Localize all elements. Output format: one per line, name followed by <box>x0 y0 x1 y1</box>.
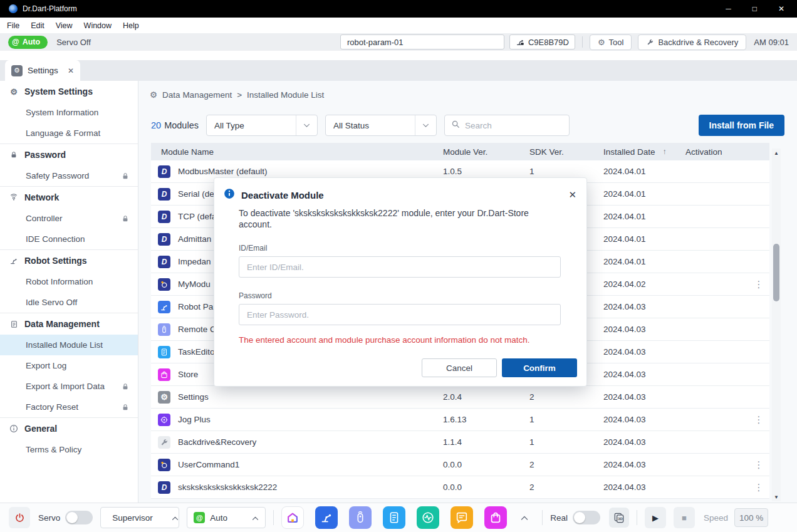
chevron-up-icon <box>238 513 259 523</box>
gearwhite-module-icon: ⚙ <box>158 391 170 404</box>
sidebar-item-robot-settings[interactable]: Robot Settings <box>0 249 138 271</box>
cancel-button[interactable]: Cancel <box>422 358 497 377</box>
role-select[interactable]: Supervisor <box>100 507 179 528</box>
row-menu-icon[interactable]: ⋮ <box>748 414 769 425</box>
stop-button[interactable]: ■ <box>674 507 695 528</box>
sidebar-item-export-log[interactable]: Export Log <box>0 355 138 376</box>
dart-module-icon: D <box>158 188 170 201</box>
dialog-close-icon[interactable]: ✕ <box>568 189 576 201</box>
chevron-up-icon[interactable] <box>521 512 528 523</box>
sidebar-item-general[interactable]: General <box>0 417 138 439</box>
sidebar-item-installed-module-list[interactable]: Installed Module List <box>0 335 138 355</box>
table-row[interactable]: Jog Plus1.6.1312024.04.03⋮ <box>151 409 769 431</box>
installed-date: 2024.04.01 <box>603 212 685 221</box>
speed-value[interactable]: 100 % <box>734 508 768 527</box>
sidebar-item-ide-connection[interactable]: IDE Connection <box>0 229 138 249</box>
menu-view[interactable]: View <box>50 21 78 30</box>
installed-date: 2024.04.03 <box>603 460 685 469</box>
list-controls: 20 Modules All Type All Status <box>151 115 784 136</box>
deactivate-module-dialog: Deactivate Module ✕ To deactivate 'sksks… <box>214 177 587 387</box>
installed-date: 2024.04.02 <box>603 279 685 289</box>
mode-badge[interactable]: @ Auto <box>8 36 48 49</box>
sidebar-item-system-information[interactable]: System Information <box>0 102 138 123</box>
tab-settings[interactable]: ⚙ Settings ✕ <box>5 60 80 81</box>
row-menu-icon[interactable]: ⋮ <box>748 482 769 493</box>
robot-id-button[interactable]: C9E8B79D <box>509 34 575 50</box>
module-name: Remote C <box>178 325 216 334</box>
col-module-ver[interactable]: Module Ver. <box>443 147 529 157</box>
maximize-button[interactable]: □ <box>753 4 757 13</box>
close-button[interactable]: ✕ <box>778 4 784 13</box>
sidebar-item-idle-servo-off[interactable]: Idle Servo Off <box>0 292 138 313</box>
installed-date: 2024.04.03 <box>603 437 685 447</box>
confirm-button[interactable]: Confirm <box>502 358 577 377</box>
tab-close-icon[interactable]: ✕ <box>68 66 74 75</box>
row-menu-icon[interactable]: ⋮ <box>748 459 769 471</box>
sidebar-item-terms-policy[interactable]: Terms & Policy <box>0 439 138 460</box>
lock-icon <box>9 151 19 159</box>
task-app-icon[interactable] <box>383 506 405 529</box>
tool-button[interactable]: ⚙ Tool <box>590 34 632 50</box>
table-scrollbar[interactable]: ▲ ▼ <box>772 149 781 501</box>
search-input[interactable] <box>465 121 563 130</box>
home-icon[interactable] <box>281 506 304 529</box>
sidebar-item-robot-information[interactable]: Robot Information <box>0 271 138 292</box>
sidebar-item-language-format[interactable]: Language & Format <box>0 123 138 143</box>
password-input[interactable] <box>239 304 561 325</box>
row-menu-icon[interactable]: ⋮ <box>748 279 769 290</box>
3d-view-button[interactable]: 3D <box>609 508 629 528</box>
table-row[interactable]: Dskskskskskskskksksk22220.0.022024.04.03… <box>151 476 769 499</box>
sidebar-item-safety-password[interactable]: Safety Password <box>0 165 138 186</box>
sidebar-item-controller[interactable]: Controller <box>0 208 138 229</box>
sdk-version: 1 <box>529 415 603 424</box>
scroll-down-icon[interactable]: ▼ <box>774 493 779 501</box>
sidebar-item-export-import-data[interactable]: Export & Import Data <box>0 376 138 397</box>
sidebar-item-data-management[interactable]: Data Management <box>0 313 138 335</box>
menu-file[interactable]: File <box>1 21 25 30</box>
table-row[interactable]: UserCommand10.0.022024.04.03⋮ <box>151 454 769 476</box>
remote-app-icon[interactable] <box>349 506 372 529</box>
col-sdk-ver[interactable]: SDK Ver. <box>529 147 603 157</box>
menu-help[interactable]: Help <box>117 21 145 30</box>
status-filter-select[interactable]: All Status <box>325 115 437 136</box>
scrollbar-thumb[interactable] <box>773 244 779 301</box>
id-email-input[interactable] <box>239 256 561 278</box>
installed-date: 2024.04.01 <box>603 189 685 199</box>
sidebar-item-password[interactable]: Password <box>0 143 138 165</box>
install-from-file-button[interactable]: Install from File <box>699 115 784 136</box>
installed-date: 2024.04.03 <box>603 370 685 379</box>
sidebar-item-network[interactable]: Network <box>0 186 138 208</box>
table-row[interactable]: Backdrive&Recovery1.1.412024.04.03 <box>151 431 769 454</box>
menu-edit[interactable]: Edit <box>25 21 50 30</box>
store-app-icon[interactable] <box>484 506 507 529</box>
menu-window[interactable]: Window <box>78 21 117 30</box>
table-row[interactable]: ⚙Settings2.0.422024.04.03 <box>151 386 769 409</box>
backdrive-recovery-button[interactable]: Backdrive & Recovery <box>638 34 746 50</box>
servo-toggle[interactable] <box>65 511 93 524</box>
real-toggle[interactable] <box>573 511 600 524</box>
power-button[interactable] <box>9 507 30 528</box>
module-name: MyModu <box>178 279 211 289</box>
sidebar-item-system-settings[interactable]: ⚙System Settings <box>0 81 138 102</box>
mode-select[interactable]: @ Auto <box>187 507 266 528</box>
play-button[interactable]: ▶ <box>645 507 666 528</box>
svg-text:3D: 3D <box>618 517 622 521</box>
col-activation[interactable]: Activation <box>685 147 748 157</box>
monitor-app-icon[interactable] <box>417 506 439 529</box>
minimize-button[interactable]: ─ <box>726 4 731 13</box>
clock-label: AM 09:01 <box>754 38 789 47</box>
col-installed-date[interactable]: Installed Date ↑ <box>603 147 685 157</box>
sidebar-item-factory-reset[interactable]: Factory Reset <box>0 397 138 417</box>
servo-status-label: Servo Off <box>56 38 91 47</box>
module-version: 0.0.0 <box>443 482 529 492</box>
message-app-icon[interactable] <box>451 506 473 529</box>
search-field[interactable] <box>444 115 570 136</box>
robot-app-icon[interactable] <box>315 506 338 529</box>
window-title: Dr.Dart-Platform <box>23 4 77 13</box>
sidebar-item-label: IDE Connection <box>26 234 85 244</box>
col-module-name[interactable]: Module Name <box>151 147 443 157</box>
robot-param-input[interactable] <box>340 34 504 50</box>
scroll-up-icon[interactable]: ▲ <box>774 149 779 157</box>
type-filter-select[interactable]: All Type <box>206 115 318 136</box>
sdk-version: 2 <box>529 482 603 492</box>
